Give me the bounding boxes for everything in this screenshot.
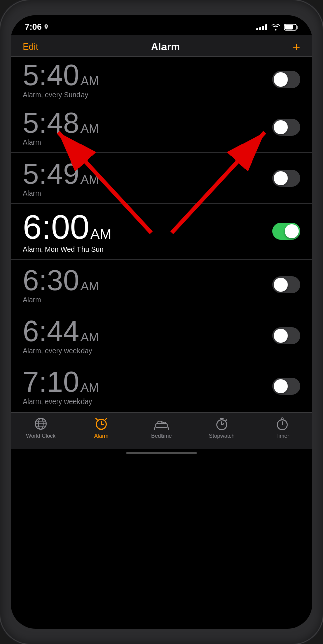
alarm-info: 6:44 AM Alarm, every weekday	[23, 316, 99, 355]
alarm-label: Alarm, every Sunday	[23, 91, 99, 99]
alarm-info: 5:48 AM Alarm	[23, 108, 99, 146]
alarm-ampm: AM	[80, 330, 99, 344]
svg-rect-18	[156, 424, 167, 428]
tab-stopwatch[interactable]: Stopwatch	[202, 417, 242, 439]
alarm-item[interactable]: 5:49 AM Alarm	[11, 153, 312, 204]
alarm-info: 7:10 AM Alarm, every weekday	[23, 367, 99, 406]
alarm-icon	[94, 417, 108, 431]
svg-line-15	[105, 418, 107, 420]
status-time: 7:06	[25, 22, 49, 32]
battery-icon	[284, 24, 298, 31]
location-icon	[44, 24, 49, 30]
alarm-ampm: AM	[80, 122, 99, 136]
toggle-thumb	[274, 329, 288, 343]
svg-rect-1	[297, 26, 298, 29]
phone-frame: 7:06	[0, 0, 323, 644]
stopwatch-icon	[215, 417, 229, 431]
alarm-list: 5:40 AM Alarm, every Sunday 5:48 AM Alar…	[11, 57, 312, 412]
notch	[124, 15, 199, 30]
toggle-thumb	[274, 120, 288, 134]
alarm-time-display: 5:48	[23, 108, 79, 137]
nav-bar: Edit Alarm +	[11, 35, 312, 57]
page-title: Alarm	[151, 41, 180, 53]
alarm-item[interactable]: 5:48 AM Alarm	[11, 102, 312, 153]
toggle-thumb	[274, 171, 288, 185]
tab-alarm[interactable]: Alarm	[81, 417, 121, 439]
alarm-time-display: 6:44	[23, 316, 79, 346]
alarm-toggle[interactable]	[272, 223, 300, 240]
toggle-thumb	[274, 379, 288, 393]
alarm-ampm: AM	[80, 279, 99, 293]
alarm-toggle[interactable]	[272, 119, 300, 136]
alarm-ampm: AM	[80, 74, 99, 88]
tab-timer[interactable]: Timer	[262, 417, 302, 439]
add-alarm-button[interactable]: +	[293, 40, 300, 53]
alarm-item[interactable]: 7:10 AM Alarm, every weekday	[11, 361, 312, 412]
alarm-info: 6:00 AM Alarm, Mon Wed Thu Sun	[23, 210, 111, 253]
svg-point-31	[281, 418, 283, 420]
svg-rect-19	[158, 421, 162, 424]
tab-bedtime[interactable]: Bedtime	[141, 417, 182, 439]
edit-button[interactable]: Edit	[23, 42, 38, 52]
alarm-label: Alarm	[23, 296, 99, 304]
tab-alarm-label: Alarm	[94, 433, 109, 439]
alarm-toggle[interactable]	[272, 378, 300, 395]
alarm-item[interactable]: 6:44 AM Alarm, every weekday	[11, 310, 312, 361]
alarm-toggle[interactable]	[272, 170, 300, 187]
bedtime-icon	[154, 417, 169, 431]
alarm-ampm: AM	[90, 226, 111, 243]
phone-screen: 7:06	[11, 15, 312, 629]
svg-line-28	[226, 420, 227, 421]
home-indicator[interactable]	[126, 452, 197, 454]
tab-bedtime-label: Bedtime	[151, 433, 172, 439]
svg-rect-2	[285, 25, 293, 30]
alarm-info: 5:49 AM Alarm	[23, 159, 99, 197]
alarm-toggle[interactable]	[272, 71, 300, 88]
tab-stopwatch-label: Stopwatch	[209, 433, 234, 439]
alarm-toggle[interactable]	[272, 276, 300, 293]
alarm-time-display: 5:40	[23, 60, 79, 90]
tab-world-clock[interactable]: World Clock	[21, 417, 61, 439]
alarm-time-display: 6:30	[23, 266, 79, 295]
alarm-item[interactable]: 6:00 AM Alarm, Mon Wed Thu Sun	[11, 204, 312, 260]
alarm-label: Alarm	[23, 138, 99, 146]
signal-icon	[256, 24, 267, 30]
alarm-time-display: 6:00	[23, 210, 89, 244]
alarm-ampm: AM	[80, 173, 99, 187]
timer-icon	[275, 417, 289, 431]
world-clock-icon	[34, 417, 48, 431]
status-icons	[256, 24, 298, 31]
alarm-info: 5:40 AM Alarm, every Sunday	[23, 60, 99, 99]
alarm-time-display: 5:49	[23, 159, 79, 188]
toggle-thumb	[274, 72, 288, 87]
alarm-label: Alarm, every weekday	[23, 397, 99, 406]
time-display: 7:06	[25, 22, 42, 32]
alarm-item[interactable]: 5:40 AM Alarm, every Sunday	[11, 57, 312, 102]
alarm-label: Alarm, every weekday	[23, 347, 99, 355]
toggle-thumb	[285, 224, 299, 238]
alarm-time-display: 7:10	[23, 367, 79, 396]
alarm-toggle[interactable]	[272, 327, 300, 344]
toggle-thumb	[274, 278, 288, 292]
svg-rect-20	[163, 422, 166, 424]
svg-line-14	[96, 418, 97, 420]
tab-world-clock-label: World Clock	[26, 433, 55, 439]
tab-bar: World Clock Alarm	[11, 412, 312, 449]
alarm-info: 6:30 AM Alarm	[23, 266, 99, 304]
tab-timer-label: Timer	[275, 433, 289, 439]
alarm-ampm: AM	[80, 381, 99, 395]
alarm-label: Alarm	[23, 189, 99, 197]
alarm-item[interactable]: 6:30 AM Alarm	[11, 260, 312, 310]
wifi-icon	[271, 24, 280, 31]
alarm-label: Alarm, Mon Wed Thu Sun	[23, 245, 111, 253]
